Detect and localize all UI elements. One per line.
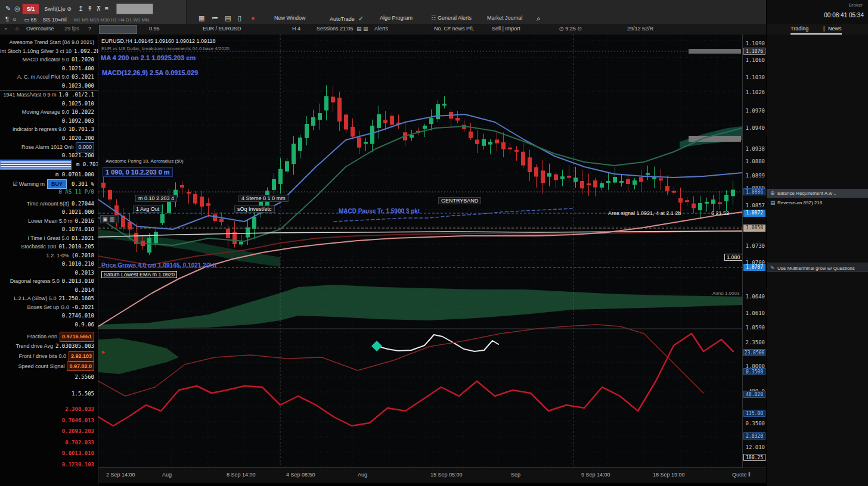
sidebar-row[interactable]: 0.1023.000: [0, 82, 98, 91]
price-tick: 1.0610: [745, 310, 765, 316]
subbar-item-7[interactable]: Sell | Import: [492, 26, 520, 32]
candle-body: [370, 126, 374, 144]
subbar-item-3[interactable]: Sessions 21:05: [317, 26, 354, 32]
lines-icon[interactable]: ≔: [210, 13, 220, 23]
chart-area[interactable]: ► EURUSD,H4 1.09145 1.09160 1.09012 1.09…: [98, 35, 742, 468]
sidebar-row[interactable]: Stochastic 10001.2010.205: [0, 242, 98, 251]
home-icon[interactable]: ⌂: [16, 26, 18, 32]
sidebar-row[interactable]: Int Stoch 1.10ng Silver 3 ct 101.092.203: [0, 47, 98, 56]
doc-icon[interactable]: ▯: [236, 13, 243, 23]
arrow-up-icon[interactable]: ↥: [76, 4, 85, 13]
toolbar-search-icon[interactable]: ⌕: [535, 14, 542, 23]
sidebar-row[interactable]: 0.1021.400: [0, 64, 98, 73]
tab-trading[interactable]: Trading: [790, 26, 808, 32]
subbar-item-2[interactable]: H 4: [292, 26, 300, 32]
sidebar-row[interactable]: Trend drive Avg2.030305.003: [0, 342, 98, 351]
sidebar-row[interactable]: 0.2013: [0, 269, 98, 278]
price-axis[interactable]: 1.10901.10601.10301.10261.09701.09401.09…: [742, 35, 767, 482]
sidebar-row[interactable]: m 0.0701.000: [0, 170, 98, 179]
candle-body: [633, 180, 637, 185]
list-icon[interactable]: ≡: [103, 4, 110, 13]
subbar-item-6[interactable]: No. C# news P/L: [434, 26, 475, 32]
sidebar-row[interactable]: MACD Indicator 9.001.2020: [0, 55, 98, 64]
sidebar-row[interactable]: I Time I Great 5.001.2021: [0, 234, 98, 243]
sidebar-row-value: 0.2013: [75, 270, 94, 276]
sidebar-row[interactable]: Rose Alarm 1012 Onli0.000: [0, 142, 98, 151]
subbar-item-9[interactable]: 29/12 52/R: [627, 26, 653, 32]
datasource-label[interactable]: Overcourse: [26, 26, 54, 32]
sidebar-row[interactable]: 0.0013.010: [0, 449, 98, 458]
sidebar-row[interactable]: 0.1074.010: [0, 225, 98, 234]
sidebar-row[interactable]: 0.1021.000: [0, 208, 98, 217]
sidebar-row[interactable]: Diagonal regress 5.00.2013.010: [0, 277, 98, 286]
timeframe-strip[interactable]: M1 M5 M15 M30 H1 H4 D1 W1 MN: [74, 17, 149, 23]
sidebar-row[interactable]: 1.5.505: [0, 390, 98, 398]
edit-icon[interactable]: ✎: [4, 4, 13, 13]
sidebar-row[interactable]: 0.2014: [0, 286, 98, 295]
right-panel-row[interactable]: ⊕Balance Requirement A.w ..: [767, 189, 868, 198]
sidebar-row[interactable]: Boxes Set up G.0-0.2021: [0, 303, 98, 312]
sidebar-row-label: Awesome Trend Start (04 9.0 2021): [10, 39, 94, 45]
sidebar-row[interactable]: 0.1025.010: [0, 99, 98, 108]
sidebar-row[interactable]: 0.1020.200: [0, 134, 98, 143]
sidebar-row[interactable]: 0.1010.210: [0, 260, 98, 269]
spread-meter-widget[interactable]: [0, 160, 72, 170]
symbol-label[interactable]: Swift(L)e ⊘: [44, 6, 72, 12]
sidebar-row[interactable]: A. C. m Accel Plot 9.003.2021: [0, 73, 98, 82]
square-icon[interactable]: ▫: [5, 26, 7, 32]
sidebar-row[interactable]: 0.2093.203: [0, 427, 98, 436]
sidebar-row[interactable]: Fraction Ann0.9716.5651: [0, 332, 98, 341]
menu-item-new-window[interactable]: New Window: [274, 15, 306, 21]
time-axis[interactable]: 2 Sep 14:00Aug8 Sep 14:004 Sep 08:50Aug1…: [98, 468, 766, 483]
right-panel-row[interactable]: ▤Reverse-on 892) 218: [767, 198, 868, 207]
sidebar-row[interactable]: Indicator b regress 9.010.701.3: [0, 125, 98, 134]
circle-icon[interactable]: ○: [11, 14, 18, 24]
subbar-item-1[interactable]: EUR / EURUSD: [203, 26, 241, 32]
subbar-item-0[interactable]: 0.95: [149, 26, 160, 32]
sidebar-row[interactable]: 0.7046.013: [0, 416, 98, 425]
chart-mini-toolbar[interactable]: ▣▥: [100, 215, 119, 223]
sidebar-row[interactable]: Lower Mean 5.0 m0.2016: [0, 217, 98, 226]
subbar-item-8[interactable]: ◷ 9:25 ⊙: [559, 26, 582, 32]
sidebar-row[interactable]: 2.300.033: [0, 405, 98, 414]
sidebar-row[interactable]: 0.1092.003: [0, 117, 98, 126]
sidebar-row[interactable]: Awesome Trend Start (04 9.0 2021): [0, 38, 98, 47]
print-icon[interactable]: ▤: [223, 13, 232, 23]
camera-icon[interactable]: ▣: [103, 216, 108, 222]
sidebar-row[interactable]: ☑ Warning mBUY0.301 %: [0, 179, 98, 188]
sidebar-row[interactable]: Front / drive bits 0.02.92.103: [0, 351, 98, 360]
grid-icon[interactable]: ▦: [197, 13, 206, 23]
menu-item-autotrade[interactable]: AutoTrade✓: [330, 15, 364, 23]
sidebar-row-label: Stochastic 100: [21, 244, 56, 250]
menu-item-algo-program[interactable]: Algo Program: [380, 15, 413, 21]
sidebar-row[interactable]: 0.1230.103: [0, 460, 98, 469]
sidebar-row[interactable]: 1941 Mass/Vast 0 9 m1.0 .01/2.1: [0, 90, 98, 99]
sidebar-row[interactable]: 0.702.033: [0, 438, 98, 447]
bars-icon[interactable]: ▥: [110, 216, 115, 222]
subbar-search-input[interactable]: [99, 25, 137, 34]
sidebar-row[interactable]: Time Amount 5(3)0.27044: [0, 200, 98, 208]
pen-icon[interactable]: ¶: [4, 14, 11, 24]
help-icon[interactable]: ?: [88, 26, 91, 32]
sidebar-row[interactable]: m 0.7034: [0, 160, 98, 170]
terminal-footer-row[interactable]: ✎Use Multiterminal grow w/ Questions: [767, 263, 868, 272]
tab-news[interactable]: News: [828, 26, 842, 32]
candlestick-chart[interactable]: ►: [98, 35, 742, 468]
menu-item-general-alerts[interactable]: ☷General Alerts: [431, 15, 472, 21]
sidebar-row[interactable]: Speed count Signal0.97.02.0: [0, 362, 98, 370]
sidebar-row[interactable]: 0.9.06: [0, 320, 98, 329]
sidebar-row[interactable]: 0.1021.200: [0, 151, 98, 160]
arrow-up2-icon[interactable]: ↟: [85, 4, 94, 13]
sidebar-row[interactable]: Moving Average 9.010.2022: [0, 108, 98, 117]
sidebar-row[interactable]: 0.2746.010: [0, 311, 98, 320]
sidebar-row[interactable]: L.2.L.A (Slow) 5.021.250.1605: [0, 294, 98, 303]
subbar-item-5[interactable]: Alerts: [374, 26, 388, 32]
sidebar-row[interactable]: 0 AS 11 P/0: [0, 188, 98, 197]
record-icon[interactable]: ●: [249, 13, 257, 23]
magnet-icon[interactable]: ⊼: [94, 4, 103, 13]
sidebar-row[interactable]: 1.2. 1-0%(0.2018: [0, 251, 98, 260]
menu-item-market-journal[interactable]: Market Journal: [487, 15, 523, 21]
subbar-grid-icons[interactable]: ▤ ▥: [356, 26, 368, 32]
target-icon[interactable]: ◎: [13, 4, 22, 13]
sidebar-row[interactable]: 2.5560: [0, 373, 98, 382]
